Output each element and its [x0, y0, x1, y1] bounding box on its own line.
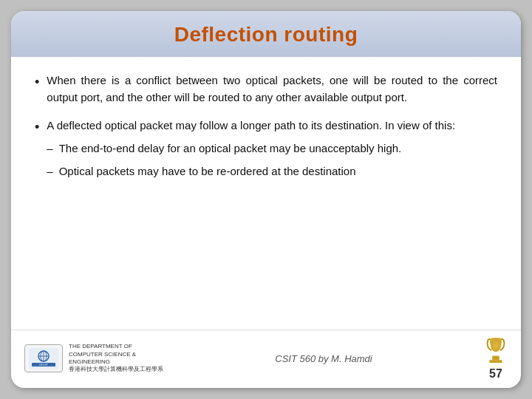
logo-svg: HKUST: [27, 347, 60, 370]
slide-footer: HKUST THE DEPARTMENT OF COMPUTER SCIENCE…: [11, 330, 521, 388]
trophy-icon: [484, 336, 508, 364]
footer-logo-left: HKUST THE DEPARTMENT OF COMPUTER SCIENCE…: [24, 343, 163, 374]
bullet-item-2: • A deflected optical packet may follow …: [35, 117, 497, 180]
bullet-dot-1: •: [35, 72, 39, 92]
sub-bullet-dash-1: –: [47, 140, 52, 157]
bullet-text-2-intro: A deflected optical packet may follow a …: [47, 117, 455, 134]
slide: Deflection routing • When there is a con…: [11, 11, 521, 388]
sub-bullet-item-2: – Optical packets may have to be re-orde…: [47, 163, 455, 180]
svg-rect-8: [489, 360, 502, 363]
bullet-item-1: • When there is a conflict between two o…: [35, 72, 497, 106]
page-number: 57: [489, 367, 502, 381]
footer-center-text: CSIT 560 by M. Hamdi: [275, 353, 372, 364]
sub-bullet-dash-2: –: [47, 163, 52, 180]
bullet-text-1: When there is a conflict between two opt…: [47, 72, 497, 106]
sub-bullets: – The end-to-end delay for an optical pa…: [47, 140, 455, 180]
slide-body: • When there is a conflict between two o…: [11, 57, 521, 330]
slide-title: Deflection routing: [26, 23, 506, 47]
slide-title-bar: Deflection routing: [11, 11, 521, 57]
svg-point-10: [493, 343, 499, 349]
sub-bullet-text-1: The end-to-end delay for an optical pack…: [59, 140, 402, 157]
svg-text:HKUST: HKUST: [39, 364, 49, 366]
footer-logo-text: THE DEPARTMENT OF COMPUTER SCIENCE & ENG…: [69, 343, 163, 374]
bullet-dot-2: •: [35, 117, 39, 137]
svg-point-9: [490, 338, 501, 341]
footer-right: 57: [484, 336, 508, 381]
university-logo: HKUST: [24, 344, 63, 372]
sub-bullet-text-2: Optical packets may have to be re-ordere…: [59, 163, 356, 180]
sub-bullet-item-1: – The end-to-end delay for an optical pa…: [47, 140, 455, 157]
svg-rect-7: [492, 356, 499, 361]
